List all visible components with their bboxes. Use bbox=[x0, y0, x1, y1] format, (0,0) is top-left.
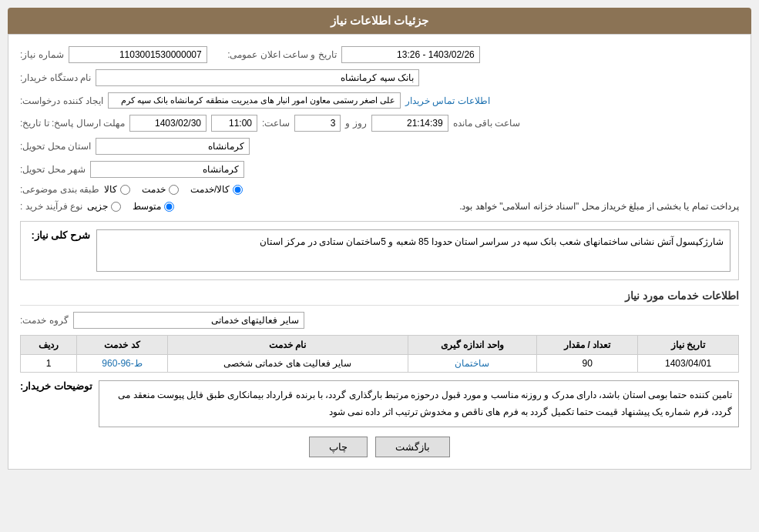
shahr-label: شهر محل تحویل: bbox=[20, 164, 86, 175]
nove-farayand-group: متوسط جزیی bbox=[87, 201, 174, 212]
shomare-niaz-label: شماره نیاز: bbox=[20, 49, 64, 60]
announce-label: تاریخ و ساعت اعلان عمومی: bbox=[227, 49, 337, 60]
cell-radif: 1 bbox=[21, 355, 77, 373]
ostan-label: استان محل تحویل: bbox=[20, 141, 91, 152]
mohlat-label: مهلت ارسال پاسخ: تا تاریخ: bbox=[20, 118, 125, 129]
tosih-kharidar-label: توضیحات خریدار: bbox=[20, 380, 92, 392]
khadamat-section-title: اطلاعات خدمات مورد نیاز bbox=[20, 289, 739, 306]
radio-jozi[interactable]: جزیی bbox=[87, 201, 121, 212]
saat-label: ساعت: bbox=[262, 118, 290, 129]
baghimande-label: ساعت باقی مانده bbox=[453, 118, 521, 129]
radio-khedmat[interactable]: خدمت bbox=[142, 184, 179, 195]
radio-kala[interactable]: کالا bbox=[104, 184, 130, 195]
header-bar: جزئیات اطلاعات نیاز bbox=[8, 8, 751, 34]
col-radif: ردیف bbox=[21, 336, 77, 355]
ejad-konande-value: علی اصغر رستمی معاون امور انبار های مدیر… bbox=[108, 92, 401, 109]
ettelaat-tamas-link[interactable]: اطلاعات تماس خریدار bbox=[405, 95, 490, 106]
shareh-koli-textarea[interactable] bbox=[96, 229, 730, 272]
col-nam: نام خدمت bbox=[168, 336, 408, 355]
ejad-konande-label: ایجاد کننده درخواست: bbox=[20, 95, 103, 106]
cell-nam: سایر فعالیت های خدماتی شخصی bbox=[168, 355, 408, 373]
saat-value: 11:00 bbox=[211, 115, 257, 132]
nam-dastgah-label: نام دستگاه خریدار: bbox=[20, 72, 91, 83]
table-row: 1403/04/01 90 ساختمان سایر فعالیت های خد… bbox=[21, 355, 739, 373]
col-vahed: واحد اندازه گیری bbox=[408, 336, 537, 355]
col-tedad: تعداد / مقدار bbox=[537, 336, 638, 355]
tosih-kharidar-value: تامین کننده حتما بومی استان باشد، دارای … bbox=[99, 380, 739, 427]
back-button[interactable]: بازگشت bbox=[375, 437, 450, 457]
cell-kod: ط-96-960 bbox=[77, 355, 168, 373]
announce-value: 1403/02/26 - 13:26 bbox=[341, 46, 480, 63]
cell-tedad: 90 bbox=[537, 355, 638, 373]
roz-label: روز و bbox=[345, 118, 366, 129]
grohe-khedmat-label: گروه خدمت: bbox=[20, 315, 69, 326]
tabaghe-bandi-label: طبقه بندی موضوعی: bbox=[20, 184, 99, 195]
radio-kala-khedmat[interactable]: کالا/خدمت bbox=[190, 184, 243, 195]
shahr-value: کرمانشاه bbox=[90, 161, 244, 178]
nam-dastgah-value: بانک سپه کرمانشاه bbox=[96, 69, 419, 86]
tabaghe-bandi-group: کالا/خدمت خدمت کالا bbox=[104, 184, 243, 195]
mohlat-date-value: 1403/02/30 bbox=[129, 115, 207, 132]
shomare-niaz-value: 1103001530000007 bbox=[69, 46, 207, 63]
col-tarikh: تاریخ نیاز bbox=[638, 336, 739, 355]
cell-tarikh: 1403/04/01 bbox=[638, 355, 739, 373]
baghimande-value: 21:14:39 bbox=[371, 115, 448, 132]
roz-value: 3 bbox=[294, 115, 341, 132]
print-button[interactable]: چاپ bbox=[309, 437, 368, 457]
col-kod: کد خدمت bbox=[77, 336, 168, 355]
buttons-row: بازگشت چاپ bbox=[20, 437, 739, 457]
shareh-koli-label: شرح کلی نیاز: bbox=[29, 229, 90, 241]
ostan-value: کرمانشاه bbox=[96, 138, 250, 155]
grohe-khedmat-value: سایر فعالیتهای خدماتی bbox=[73, 312, 304, 329]
nove-farayand-desc: پرداخت تمام یا بخشی از مبلغ خریداز محل "… bbox=[185, 201, 739, 212]
nove-farayand-label: نوع فرآیند خرید : bbox=[20, 201, 82, 212]
cell-vahed: ساختمان bbox=[408, 355, 537, 373]
radio-motavaset[interactable]: متوسط bbox=[133, 201, 174, 212]
services-table: تاریخ نیاز تعداد / مقدار واحد اندازه گیر… bbox=[20, 335, 739, 373]
